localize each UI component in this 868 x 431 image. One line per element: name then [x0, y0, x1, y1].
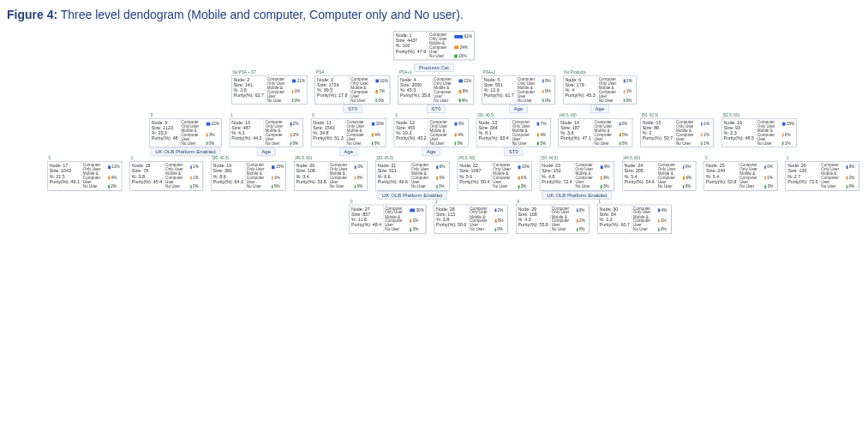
- node-distribution: Computer Only User3% Mobile & Computer U…: [328, 162, 367, 190]
- node-distribution: Computer Only User16% Mobile & Computer …: [350, 75, 390, 104]
- node-stats: Node: 21 Size: 911 %: 6.6 Purity(%): 46.…: [376, 162, 410, 190]
- node-distribution: Computer Only User3% Mobile & Computer U…: [820, 162, 859, 190]
- dendogram-viewport: Node: 1 Size: 4437 %: 100 Purity(%): 47.…: [7, 27, 861, 417]
- tree-node: 1 Node: 26 Size: 130 %: 2.7 Purity(%): 7…: [786, 162, 859, 191]
- node-stats: Node: 4 Size: 2050 %: 45.3 Purity(%): 35…: [398, 75, 433, 104]
- figure-caption: Figure 4: Three level dendogram (Mobile …: [7, 7, 861, 22]
- node-stats: Node: 16 Size: 93 %: 2.3 Purity(%): 48.5: [721, 119, 756, 147]
- node-distribution: Computer Only User2% Mobile & Computer U…: [597, 75, 636, 104]
- node-stats: Node: 28 Size: 115 %: 3.8 Purity(%): 50.…: [434, 205, 469, 233]
- split-variable: Products Cat: [415, 64, 454, 72]
- tree-node: [44.5, 60) Node: 24 Size: 205 %: 5.4 Pur…: [622, 162, 696, 191]
- node-stats: Node: 11 Size: 1543 %: 34.8 Purity(%): 5…: [311, 119, 345, 147]
- tree-node: 1 Node: 30 Size: 84 %: 1.2 Purity(%): 60…: [597, 205, 671, 234]
- dendogram: Node: 1 Size: 4437 %: 100 Purity(%): 47.…: [7, 27, 861, 237]
- node-stats: Node: 15 Size: 88 %: 2 Purity(%): 50.7: [641, 119, 675, 147]
- node-distribution: Computer Only User7% Mobile & Computer U…: [511, 119, 550, 147]
- node-stats: Node: 13 Size: 364 %: 8.1 Purity(%): 63.…: [476, 119, 511, 147]
- node-distribution: Computer Only User30% Mobile & Computer …: [384, 205, 426, 233]
- tree-node: 0 Node: 25 Size: 244 %: 5.4 Purity(%): 5…: [704, 162, 778, 191]
- node-stats: Node: 10 Size: 487 %: 4.2 Purity(%): 44.…: [230, 119, 264, 147]
- split-variable: UK OLB Platform Enabled: [151, 148, 220, 156]
- node-stats: Node: 22 Size: 1087 %: 5.6 Purity(%): 50…: [458, 162, 492, 190]
- figure-caption-text: Three level dendogram (Mobile and comput…: [61, 8, 464, 21]
- node-distribution: Computer Only User9% Mobile & Computer U…: [428, 119, 468, 147]
- node-stats: Node: 27 Size: 857 %: 11.8 Purity(%): 48…: [350, 205, 384, 233]
- split-variable: ST0: [504, 148, 523, 156]
- node-distribution: Computer Only User15% Mobile & Computer …: [345, 119, 386, 147]
- node-stats: Node: 9 Size: 1123 %: 25.3 Purity(%): 48: [150, 119, 180, 147]
- node-stats: Node: 25 Size: 244 %: 5.4 Purity(%): 52.…: [704, 162, 739, 190]
- split-variable: Age: [422, 148, 440, 156]
- node-stats: Node: 23 Size: 252 %: 4.8 Purity(%): 72.…: [540, 162, 574, 190]
- node-distribution: Computer Only User21% Mobile & Computer …: [433, 75, 474, 104]
- tree-node: 0 Node: 17 Size: 1043 %: 21.5 Purity(%):…: [47, 162, 122, 191]
- node-stats: Node: 24 Size: 205 %: 5.4 Purity(%): 54.…: [622, 162, 656, 190]
- node-stats: Node: 1 Size: 4437 %: 100 Purity(%): 47.…: [394, 32, 428, 60]
- tree-node: [50, 52.5) Node: 15 Size: 88 %: 2 Purity…: [640, 118, 714, 147]
- node-distribution: Computer Only User11% Mobile & Computer …: [81, 162, 121, 190]
- node-stats: Node: 20 Size: 108 %: 3.4 Purity(%): 53.…: [294, 162, 328, 190]
- tree-node: [40.5, 60) Node: 14 Size: 187 %: 3.8 Pur…: [559, 118, 632, 147]
- node-stats: Node: 12 Size: 455 %: 10.2 Purity(%): 45…: [394, 119, 428, 147]
- node-distribution: Computer Only User0% Mobile & Computer U…: [656, 162, 696, 190]
- split-variable: UK OLB Platform Enabled: [378, 191, 447, 199]
- tree-node: 1 Node: 10 Size: 487 %: 4.2 Purity(%): 4…: [230, 118, 303, 147]
- tree-node: 1 Node: 18 Size: 78 %: 3.8 Purity(%): 45…: [129, 162, 203, 191]
- node-distribution: Computer Only User61% Mobile & Computer …: [428, 32, 474, 60]
- node-distribution: Computer Only User21% Mobile & Computer …: [266, 75, 307, 104]
- tree-node: [45.5, 60) Node: 20 Size: 108 %: 3.4 Pur…: [294, 162, 368, 191]
- tree-node: PSA Node: 3 Size: 1724 %: 39.5 Purity(%)…: [315, 75, 391, 105]
- node-distribution: Computer Only User4% Mobile & Computer U…: [632, 205, 671, 233]
- split-variable: Age: [257, 148, 275, 156]
- node-distribution: Computer Only User15% Mobile & Computer …: [245, 162, 285, 190]
- tree-node: PSA+2 Node: 5 Size: 551 %: 12.6 Purity(%…: [482, 75, 555, 105]
- node-distribution: Computer Only User0% Mobile & Computer U…: [516, 75, 554, 104]
- tree-node: [45.5, 60) Node: 22 Size: 1087 %: 5.6 Pu…: [458, 162, 532, 191]
- tree-node: [16, 40.5) Node: 13 Size: 364 %: 8.1 Pur…: [476, 118, 551, 147]
- node-distribution: Computer Only User6% Mobile & Computer U…: [410, 162, 449, 190]
- tree-node: 1 Node: 12 Size: 455 %: 10.2 Purity(%): …: [394, 118, 469, 147]
- node-distribution: Computer Only User0% Mobile & Computer U…: [593, 119, 632, 147]
- node-stats: Node: 30 Size: 84 %: 1.2 Purity(%): 60.7: [597, 205, 632, 233]
- split-variable: ST0: [344, 105, 362, 113]
- node-distribution: Computer Only User0% Mobile & Computer U…: [739, 162, 777, 190]
- tree-node: 0 Node: 29 Size: 168 %: 4.3 Purity(%): 5…: [516, 205, 590, 234]
- split-variable: ST0: [427, 105, 446, 113]
- node-stats: Node: 5 Size: 551 %: 12.6 Purity(%): 61.…: [482, 75, 517, 104]
- node-distribution: Computer Only User1% Mobile & Computer U…: [165, 162, 203, 190]
- split-variable: UK OLB Platform Enabled: [542, 191, 612, 199]
- tree-node: 0 Node: 9 Size: 1123 %: 25.3 Purity(%): …: [149, 118, 221, 147]
- split-variable: Age: [339, 148, 357, 156]
- figure-label: Figure 4:: [7, 8, 57, 21]
- node-stats: Node: 29 Size: 168 %: 4.3 Purity(%): 55.…: [516, 205, 550, 233]
- tree-node: [30, 44.5) Node: 23 Size: 252 %: 4.8 Pur…: [540, 162, 614, 191]
- tree-node: No PSA + ST Node: 2 Size: 141 %: 3.8 Pur…: [231, 75, 307, 105]
- node-stats: Node: 18 Size: 78 %: 3.8 Purity(%): 45.4: [130, 162, 165, 190]
- tree-node: 0 Node: 27 Size: 857 %: 11.8 Purity(%): …: [349, 205, 426, 234]
- node-distribution: Computer Only User1% Mobile & Computer U…: [675, 119, 714, 147]
- tree-node: 1 Node: 28 Size: 115 %: 3.8 Purity(%): 5…: [434, 205, 508, 234]
- tree-node: No Products Node: 6 Size: 179 %: 4 Purit…: [563, 75, 637, 105]
- split-variable: Age: [590, 105, 608, 113]
- node-stats: Node: 14 Size: 187 %: 3.8 Purity(%): 47.…: [559, 119, 593, 147]
- node-distribution: Computer Only User15% Mobile & Computer …: [756, 119, 796, 147]
- node-distribution: Computer Only User2% Mobile & Computer U…: [264, 119, 302, 147]
- node-distribution: Computer Only User0% Mobile & Computer U…: [550, 205, 589, 233]
- tree-node: 0 Node: 11 Size: 1543 %: 34.8 Purity(%):…: [311, 118, 386, 147]
- node-stats: Node: 19 Size: 381 %: 8.6 Purity(%): 64.…: [211, 162, 245, 190]
- split-variable: Age: [509, 105, 527, 113]
- node-distribution: Computer Only User2% Mobile & Computer U…: [469, 205, 508, 233]
- node-stats: Node: 6 Size: 179 %: 4 Purity(%): 45.3: [563, 75, 597, 104]
- tree-node: PSA+1 Node: 4 Size: 2050 %: 45.3 Purity(…: [398, 75, 474, 105]
- node-stats: Node: 3 Size: 1724 %: 39.5 Purity(%): 17…: [315, 75, 350, 104]
- node-distribution: Computer Only User22% Mobile & Computer …: [180, 119, 221, 147]
- node-distribution: Computer Only User10% Mobile & Computer …: [492, 162, 531, 190]
- tree-node: [52.5, 60) Node: 16 Size: 93 %: 2.3 Puri…: [721, 118, 797, 147]
- node-stats: Node: 2 Size: 141 %: 3.8 Purity(%): 62.7: [231, 75, 266, 104]
- node-stats: Node: 17 Size: 1043 %: 21.5 Purity(%): 4…: [48, 162, 82, 190]
- node-distribution: Computer Only User9% Mobile & Computer U…: [574, 162, 614, 190]
- tree-node: [30, 45.5) Node: 19 Size: 381 %: 8.6 Pur…: [211, 162, 286, 191]
- tree-node: Node: 1 Size: 4437 %: 100 Purity(%): 47.…: [393, 31, 474, 60]
- tree-node: [30, 45.5) Node: 21 Size: 911 %: 6.6 Pur…: [375, 162, 449, 191]
